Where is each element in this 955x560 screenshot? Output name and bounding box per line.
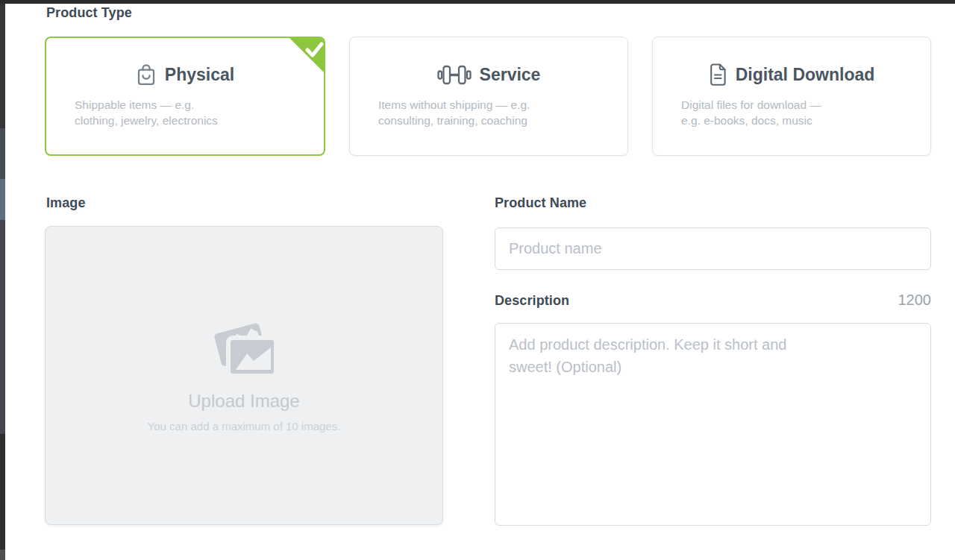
card-description: Digital files for download — e.g. e-book… [653, 97, 930, 128]
product-type-card-digital-download[interactable]: Digital Download Digital files for downl… [652, 37, 931, 156]
dumbbell-icon [437, 65, 472, 85]
upload-image-text: Upload Image [188, 391, 299, 412]
char-counter: 1200 [898, 292, 932, 309]
sidebar-edge-segment [0, 4, 5, 128]
image-label: Image [46, 195, 86, 211]
background-sidebar-edge [0, 4, 5, 560]
upload-image-hint: You can add a maximum of 10 images. [148, 420, 341, 432]
card-title: Digital Download [736, 65, 875, 85]
card-title: Service [480, 65, 541, 85]
sidebar-edge-segment [0, 550, 5, 560]
card-title-row: Digital Download [653, 62, 930, 87]
window-top-edge [0, 0, 955, 4]
image-upload-dropzone[interactable]: Upload Image You can add a maximum of 10… [45, 226, 443, 525]
sidebar-edge-segment [0, 434, 5, 550]
description-label: Description [495, 293, 569, 309]
card-title-row: Service [350, 62, 627, 87]
product-type-card-service[interactable]: Service Items without shipping — e.g. co… [349, 37, 628, 156]
product-type-cards: Physical Shippable items — e.g. clothing… [45, 37, 931, 156]
sidebar-edge-segment [0, 179, 5, 220]
document-icon [709, 63, 727, 86]
product-name-label: Product Name [495, 195, 586, 211]
sidebar-edge-segment [0, 128, 5, 179]
product-type-card-physical[interactable]: Physical Shippable items — e.g. clothing… [45, 37, 325, 156]
description-textarea[interactable] [495, 323, 931, 526]
card-title-row: Physical [46, 62, 324, 87]
image-placeholder-icon [208, 319, 280, 379]
product-name-input[interactable] [495, 227, 931, 270]
card-description: Items without shipping — e.g. consulting… [350, 97, 627, 128]
product-type-label: Product Type [46, 5, 132, 21]
card-description: Shippable items — e.g. clothing, jewelry… [46, 97, 324, 128]
shopping-bag-icon [136, 63, 157, 86]
sidebar-edge-segment [0, 220, 5, 434]
card-title: Physical [165, 65, 234, 85]
selected-check-icon [289, 38, 324, 72]
